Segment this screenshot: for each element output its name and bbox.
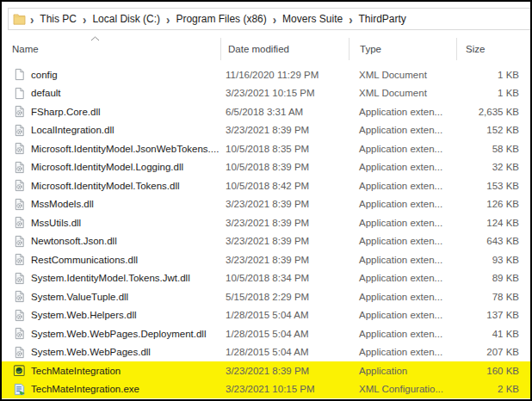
table-row[interactable]: Microsoft.IdentityModel.Logging.dll 10/5… xyxy=(2,158,530,177)
table-row[interactable]: TechMateIntegration 3/23/2021 8:39 PM Ap… xyxy=(2,361,530,380)
file-type: Application exten... xyxy=(349,199,456,209)
file-name: System.Web.Helpers.dll xyxy=(31,310,137,320)
file-size: 153 KB xyxy=(456,181,530,191)
file-type: XML Configuratio... xyxy=(349,384,456,394)
table-row[interactable]: Microsoft.IdentityModel.Tokens.dll 10/5/… xyxy=(2,176,530,195)
dll-icon xyxy=(13,198,26,211)
file-size: 160 KB xyxy=(456,366,530,376)
file-size: 41 KB xyxy=(456,329,530,339)
file-date-modified: 6/5/2018 3:31 AM xyxy=(220,107,349,117)
file-name: config xyxy=(31,70,58,80)
file-date-modified: 3/23/2021 10:15 PM xyxy=(220,384,349,394)
file-name: TechMateIntegration xyxy=(31,366,121,376)
chevron-right-icon: › xyxy=(163,13,173,26)
folder-icon xyxy=(13,13,26,26)
table-row[interactable]: TechMateIntegration.exe 3/23/2021 10:15 … xyxy=(2,380,530,399)
file-date-modified: 1/28/2015 5:04 AM xyxy=(220,310,349,320)
file-type: Application exten... xyxy=(349,310,456,320)
file-type: Application exten... xyxy=(349,236,456,246)
table-row[interactable]: Microsoft.IdentityModel.JsonWebTokens...… xyxy=(2,139,530,158)
file-type: Application exten... xyxy=(349,162,456,172)
file-date-modified: 1/28/2015 5:04 AM xyxy=(220,329,349,339)
file-date-modified: 3/23/2021 8:39 PM xyxy=(220,366,349,376)
dll-icon xyxy=(13,327,26,340)
table-row[interactable]: System.Web.WebPages.Deployment.dll 1/28/… xyxy=(2,324,530,343)
breadcrumb-item[interactable]: Local Disk (C:) xyxy=(90,13,163,25)
column-headers: Name Date modified Type Size xyxy=(2,38,530,60)
file-size: 2 KB xyxy=(456,384,530,394)
sort-ascending-icon[interactable] xyxy=(90,36,100,41)
file-type: Application xyxy=(349,366,456,376)
file-name: LocalIntegration.dll xyxy=(31,125,114,135)
file-size: 643 KB xyxy=(456,236,530,246)
dll-icon xyxy=(13,272,26,285)
xml-document-icon xyxy=(13,87,26,100)
file-size: 152 KB xyxy=(456,125,530,135)
table-row[interactable]: FSharp.Core.dll 6/5/2018 3:31 AM Applica… xyxy=(2,102,530,121)
file-date-modified: 1/28/2015 5:04 AM xyxy=(220,347,349,357)
dll-icon xyxy=(13,124,26,137)
file-date-modified: 3/23/2021 8:39 PM xyxy=(220,125,349,135)
file-type: Application exten... xyxy=(349,347,456,357)
file-name: Microsoft.IdentityModel.JsonWebTokens...… xyxy=(31,144,219,154)
table-row[interactable]: System.Web.Helpers.dll 1/28/2015 5:04 AM… xyxy=(2,306,530,325)
file-type: XML Document xyxy=(349,88,456,98)
breadcrumb-item[interactable]: ThirdParty xyxy=(356,13,408,25)
table-row[interactable]: LocalIntegration.dll 3/23/2021 8:39 PM A… xyxy=(2,121,530,140)
file-date-modified: 10/5/2018 8:39 PM xyxy=(220,162,349,172)
table-row[interactable]: config 11/16/2020 11:29 PM XML Document … xyxy=(2,65,530,84)
file-size: 124 KB xyxy=(456,218,530,228)
file-date-modified: 5/15/2018 2:29 PM xyxy=(220,292,349,302)
table-row[interactable]: MssModels.dll 3/23/2021 8:39 PM Applicat… xyxy=(2,195,530,214)
file-size: 126 KB xyxy=(456,199,530,209)
table-row[interactable]: RestCommunications.dll 3/23/2021 8:39 PM… xyxy=(2,250,530,269)
breadcrumb-item[interactable]: Program Files (x86) xyxy=(173,13,269,25)
table-row[interactable]: default 3/23/2021 10:15 PM XML Document … xyxy=(2,84,530,103)
table-row[interactable]: MssUtils.dll 3/23/2021 8:39 PM Applicati… xyxy=(2,213,530,232)
breadcrumb-item[interactable]: This PC xyxy=(37,13,79,25)
column-header-size[interactable]: Size xyxy=(456,38,530,60)
breadcrumb-item[interactable]: Movers Suite xyxy=(280,13,345,25)
file-type: Application exten... xyxy=(349,144,456,154)
file-date-modified: 10/5/2018 8:34 PM xyxy=(220,273,349,283)
file-date-modified: 3/23/2021 10:15 PM xyxy=(220,88,349,98)
column-header-date-modified[interactable]: Date modified xyxy=(220,38,349,60)
dll-icon xyxy=(13,142,26,155)
file-size: 89 KB xyxy=(456,273,530,283)
address-bar[interactable]: ›This PC›Local Disk (C:)›Program Files (… xyxy=(8,8,530,30)
file-name: System.ValueTuple.dll xyxy=(31,292,128,302)
file-date-modified: 3/23/2021 8:39 PM xyxy=(220,236,349,246)
table-row[interactable]: System.IdentityModel.Tokens.Jwt.dll 10/5… xyxy=(2,269,530,288)
file-size: 137 KB xyxy=(456,310,530,320)
file-type: Application exten... xyxy=(349,181,456,191)
chevron-right-icon: › xyxy=(27,13,37,26)
dll-icon xyxy=(13,161,26,174)
file-type: Application exten... xyxy=(349,273,456,283)
file-type: Application exten... xyxy=(349,218,456,228)
file-size: 93 KB xyxy=(456,255,530,265)
file-name: RestCommunications.dll xyxy=(31,255,138,265)
dll-icon xyxy=(13,235,26,248)
exe-config-icon xyxy=(13,383,26,396)
file-type: Application exten... xyxy=(349,107,456,117)
file-date-modified: 3/23/2021 8:39 PM xyxy=(220,199,349,209)
table-row[interactable]: Newtonsoft.Json.dll 3/23/2021 8:39 PM Ap… xyxy=(2,232,530,251)
file-size: 58 KB xyxy=(456,144,530,154)
application-icon xyxy=(13,364,26,377)
file-size: 1 KB xyxy=(456,88,530,98)
column-header-type[interactable]: Type xyxy=(349,38,456,60)
file-date-modified: 3/23/2021 8:39 PM xyxy=(220,218,349,228)
dll-icon xyxy=(13,309,26,322)
table-row[interactable]: System.Web.WebPages.dll 1/28/2015 5:04 A… xyxy=(2,343,530,362)
file-name: Newtonsoft.Json.dll xyxy=(31,236,117,246)
breadcrumb: ›This PC›Local Disk (C:)›Program Files (… xyxy=(27,13,409,25)
dll-icon xyxy=(13,253,26,266)
file-name: default xyxy=(31,88,61,98)
table-row[interactable]: System.ValueTuple.dll 5/15/2018 2:29 PM … xyxy=(2,287,530,306)
chevron-right-icon: › xyxy=(345,13,356,26)
column-header-name[interactable]: Name xyxy=(2,38,220,60)
file-type: Application exten... xyxy=(349,255,456,265)
file-name: System.IdentityModel.Tokens.Jwt.dll xyxy=(31,273,190,283)
file-explorer-window: ›This PC›Local Disk (C:)›Program Files (… xyxy=(0,0,532,401)
dll-icon xyxy=(13,346,26,359)
